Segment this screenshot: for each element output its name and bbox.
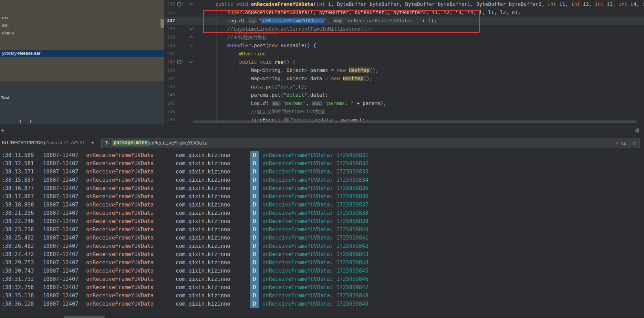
gutter-line-number[interactable]: 240: [164, 41, 175, 50]
log-row[interactable]: :38:18.89010807-12407onReceiveFrameYUVDa…: [0, 201, 644, 209]
log-tag: onReceiveFrameYUVData: [86, 159, 154, 168]
gutter-line-number[interactable]: 239: [164, 33, 175, 41]
overrides-method-icon[interactable]: ↑: [177, 0, 186, 8]
log-row[interactable]: :38:13.57110807-12407onReceiveFrameYUVDa…: [0, 168, 644, 176]
log-pid-tid: 10807-12407: [43, 176, 79, 184]
fold-marker-icon[interactable]: [189, 33, 193, 41]
log-row[interactable]: :38:27.47210807-12407onReceiveFrameYUVDa…: [0, 250, 644, 258]
filter-query-text[interactable]: onReceiveFrameYUVData: [149, 140, 208, 146]
code-line[interactable]: Map<String, Object> params = new HashMap…: [204, 66, 378, 74]
log-row[interactable]: :38:29.75310807-12407onReceiveFrameYUVDa…: [0, 258, 644, 267]
code-line[interactable]: //主线程执行数据: [204, 33, 268, 41]
log-message: onReceiveFrameYUVData: 1725959833: [262, 168, 368, 176]
code-line[interactable]: @Override: [204, 50, 266, 58]
log-timestamp: :38:31.732: [2, 275, 34, 283]
log-package: com.qixin.kizinno: [176, 267, 230, 275]
log-package: com.qixin.kizinno: [176, 159, 230, 168]
log-row[interactable]: :38:31.73210807-12407onReceiveFrameYUVDa…: [0, 275, 644, 283]
project-panel: ms ed diates ylibrary-release.aar Test: [0, 0, 164, 125]
log-tag: onReceiveFrameYUVData: [86, 292, 154, 300]
gutter-line-number[interactable]: 235: [164, 0, 175, 8]
logcat-hscrollbar-track: [0, 315, 644, 318]
log-row[interactable]: :38:15.88710807-12407onReceiveFrameYUVDa…: [0, 176, 644, 184]
code-line[interactable]: data.put("data",l);: [204, 83, 307, 91]
log-row[interactable]: :38:23.23610807-12407onReceiveFrameYUVDa…: [0, 225, 644, 234]
log-message: onReceiveFrameYUVData: 1725959839: [262, 217, 368, 225]
divider: [629, 140, 630, 146]
gutter-line-number[interactable]: 244: [164, 74, 175, 83]
code-editor[interactable]: 235↑public void onReceiveFrameYUVData(in…: [164, 0, 644, 125]
gutter-line-number[interactable]: 247: [164, 99, 175, 107]
selected-file-label: ylibrary-release.aar: [2, 51, 40, 56]
log-pid-tid: 10807-12407: [43, 242, 79, 250]
log-row[interactable]: :38:26.48210807-12407onReceiveFrameYUVDa…: [0, 242, 644, 250]
code-line[interactable]: Map<String, Object> data = new HashMap()…: [204, 74, 373, 83]
code-line[interactable]: public void run() {: [204, 58, 295, 66]
gutter-line-number[interactable]: 245: [164, 83, 175, 91]
log-message: onReceiveFrameYUVData: 1725959844: [262, 258, 368, 267]
clear-filter-icon[interactable]: ×: [616, 141, 619, 146]
gutter-line-number[interactable]: 241: [164, 50, 175, 58]
add-logcat-tab-button[interactable]: +: [1, 127, 5, 135]
fold-marker-icon[interactable]: [189, 25, 193, 33]
log-message: onReceiveFrameYUVData: 1725959837: [262, 201, 368, 209]
editor-horizontal-scrollbar[interactable]: [193, 120, 637, 123]
code-line[interactable]: params.put("detail",data);: [204, 91, 328, 99]
gutter-line-number[interactable]: 243: [164, 66, 175, 74]
clipped-tree-text: [30, 120, 31, 123]
fold-marker-icon[interactable]: [189, 58, 193, 66]
log-package: com.qixin.kizinno: [176, 217, 230, 225]
gutter-line-number[interactable]: 246: [164, 91, 175, 99]
filter-key-chip[interactable]: package:mine: [112, 140, 149, 146]
log-timestamp: :38:12.581: [2, 159, 34, 168]
log-row[interactable]: :38:35.13810807-12407onReceiveFrameYUVDa…: [0, 292, 644, 300]
project-section-label[interactable]: Test: [1, 95, 10, 100]
device-selector[interactable]: 6U (RFCR119B2DH) Android 12, API 31: [0, 138, 98, 148]
log-message: onReceiveFrameYUVData: 1725959845: [262, 267, 368, 275]
log-level-badge: D: [250, 176, 259, 184]
log-row[interactable]: :38:36.12810807-12407onReceiveFrameYUVDa…: [0, 300, 644, 308]
log-level-badge: D: [250, 184, 259, 192]
log-pid-tid: 10807-12407: [43, 300, 79, 308]
code-line[interactable]: //自定义事件回传timeList数据: [204, 107, 325, 116]
log-row[interactable]: :38:30.74310807-12407onReceiveFrameYUVDa…: [0, 267, 644, 275]
logcat-filter-input[interactable]: package:mine onReceiveFrameYUVData × Cc …: [101, 138, 640, 148]
log-pid-tid: 10807-12407: [43, 267, 79, 275]
gutter-line-number[interactable]: 237: [164, 17, 175, 25]
log-message: onReceiveFrameYUVData: 1725959843: [262, 250, 368, 258]
log-list[interactable]: :38:11.58910807-12407onReceiveFrameYUVDa…: [0, 151, 644, 308]
gutter-line-number[interactable]: 242: [164, 58, 175, 66]
gutter-line-number[interactable]: 249: [164, 116, 175, 124]
code-line[interactable]: public void onReceiveFrameYUVData(int i,…: [204, 0, 644, 8]
log-tag: onReceiveFrameYUVData: [86, 217, 154, 225]
log-message: onReceiveFrameYUVData: 1725959838: [262, 209, 368, 217]
gutter-line-number[interactable]: 236: [164, 8, 175, 17]
log-row[interactable]: :38:11.58910807-12407onReceiveFrameYUVDa…: [0, 151, 644, 159]
project-tree-item[interactable]: ms: [2, 15, 8, 21]
project-tree-item[interactable]: ed: [2, 23, 7, 28]
project-tree-selected-row[interactable]: ylibrary-release.aar: [0, 50, 164, 57]
fold-marker-icon[interactable]: [189, 41, 193, 50]
log-row[interactable]: :38:12.58110807-12407onReceiveFrameYUVDa…: [0, 159, 644, 168]
log-row[interactable]: :38:17.86710807-12407onReceiveFrameYUVDa…: [0, 192, 644, 201]
log-timestamp: :38:13.571: [2, 168, 34, 176]
implements-method-icon[interactable]: ↑: [177, 58, 186, 66]
log-row[interactable]: :38:32.75610807-12407onReceiveFrameYUVDa…: [0, 283, 644, 292]
code-line[interactable]: Log.d( tag:"params", msg:"params: " + pa…: [204, 99, 386, 107]
log-row[interactable]: :38:16.87710807-12407onReceiveFrameYUVDa…: [0, 184, 644, 192]
favorite-star-icon[interactable]: ☆: [632, 140, 637, 146]
log-package: com.qixin.kizinno: [176, 275, 230, 283]
logcat-hscrollbar-thumb[interactable]: [64, 316, 105, 318]
code-line[interactable]: mHandler.post(new Runnable() {: [204, 41, 316, 50]
fold-marker-icon[interactable]: [189, 0, 193, 8]
match-case-icon[interactable]: Cc: [621, 141, 626, 146]
gutter-line-number[interactable]: 238: [164, 25, 175, 33]
log-row[interactable]: :38:25.49210807-12407onReceiveFrameYUVDa…: [0, 234, 644, 242]
gutter-line-number[interactable]: 248: [164, 107, 175, 116]
gear-icon[interactable]: ⚙: [635, 127, 640, 135]
log-row[interactable]: :38:21.25610807-12407onReceiveFrameYUVDa…: [0, 209, 644, 217]
log-tag: onReceiveFrameYUVData: [86, 267, 154, 275]
project-tree-item[interactable]: diates: [2, 30, 14, 36]
log-row[interactable]: :38:22.24610807-12407onReceiveFrameYUVDa…: [0, 217, 644, 225]
project-panel-scrollbar[interactable]: [160, 19, 164, 28]
